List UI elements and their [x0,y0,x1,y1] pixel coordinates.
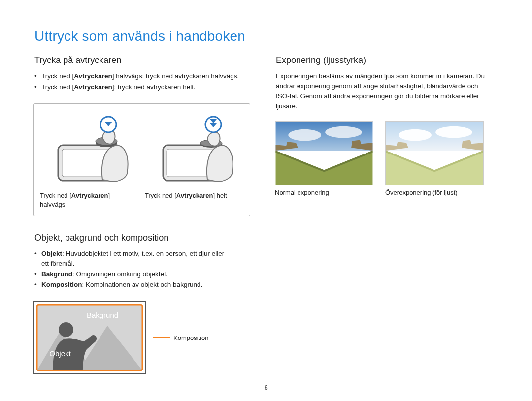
right-column: Exponering (ljusstyrka) Exponeringen bes… [275,55,492,374]
svg-point-17 [288,129,321,141]
camera-half-press-illustration [40,116,139,185]
composition-label-bakgrund: Bakgrund [87,311,118,319]
text: Tryck ned [ [41,72,74,80]
photo-over-exposure [385,121,484,185]
text: ] halvvägs: tryck ned avtryckaren halvvä… [112,72,239,80]
text-bold: Avtryckaren [74,83,112,91]
text-bold: Avtryckaren [74,72,112,80]
composition-label-komposition: Komposition [173,334,209,341]
list-item: Tryck ned [Avtryckaren] halvvägs: tryck … [34,71,250,81]
shutter-bullet-list: Tryck ned [Avtryckaren] halvvägs: tryck … [34,71,250,92]
camera-full-press-illustration [145,116,244,185]
callout-line [153,337,170,338]
section-heading-exposure: Exponering (ljusstyrka) [276,55,492,65]
exposure-examples-row: Normal exponering [275,121,492,196]
page-title: Uttryck som används i handboken [34,29,499,44]
shutter-caption-full: Tryck ned [Avtryckaren] helt [145,191,244,200]
list-item: Komposition: Kombinationen av objekt och… [34,280,250,290]
left-column: Trycka på avtryckaren Tryck ned [Avtryck… [33,55,250,374]
text: ]: tryck ned avtryckaren helt. [112,83,196,91]
text: Tryck ned [ [41,83,74,91]
composition-illustration: Bakgrund Objekt Komposition [33,301,250,374]
shutter-full-press: Tryck ned [Avtryckaren] helt [145,116,244,209]
page-number: 6 [0,384,532,391]
svg-point-18 [325,126,362,138]
list-item: Bakgrund: Omgivningen omkring objektet. [34,269,250,279]
shutter-illustration-box: Tryck ned [Avtryckaren] halvvägs [33,103,250,216]
svg-point-15 [59,322,73,337]
composition-callout: Komposition [153,334,209,341]
shutter-half-press: Tryck ned [Avtryckaren] halvvägs [40,116,139,209]
exposure-paragraph: Exponeringen bestäms av mängden ljus som… [276,71,492,111]
exposure-example-over: Överexponering (för ljust) [385,121,484,196]
section-heading-shutter: Trycka på avtryckaren [34,55,250,65]
composition-bullet-list: Objekt: Huvudobjektet i ett motiv, t.ex.… [34,249,250,289]
photo-caption-over: Överexponering (för ljust) [385,189,484,196]
composition-label-objekt: Objekt [49,349,71,358]
svg-point-21 [435,126,472,138]
section-heading-composition: Objekt, bakgrund och komposition [34,233,250,243]
exposure-example-normal: Normal exponering [275,121,373,196]
photo-caption-normal: Normal exponering [275,189,373,196]
list-item: Tryck ned [Avtryckaren]: tryck ned avtry… [34,82,250,92]
svg-point-20 [399,129,432,141]
manual-page: Uttryck som används i handboken Trycka p… [0,0,532,401]
photo-normal-exposure [275,121,373,185]
list-item: Objekt: Huvudobjektet i ett motiv, t.ex.… [34,249,250,268]
shutter-caption-half: Tryck ned [Avtryckaren] halvvägs [40,191,139,209]
two-column-layout: Trycka på avtryckaren Tryck ned [Avtryck… [33,55,499,374]
